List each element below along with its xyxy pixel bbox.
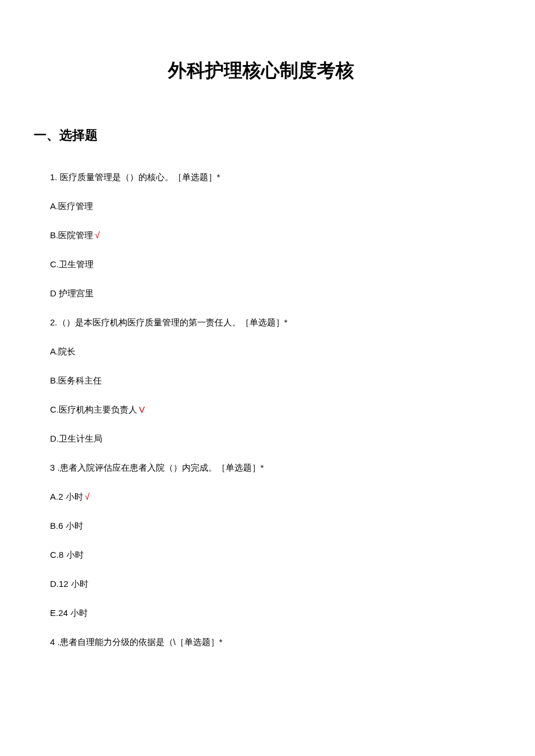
document-title: 外科护理核心制度考核: [34, 58, 488, 84]
option-e: E.24 小时: [50, 607, 488, 619]
option-a: A.2 小时√: [50, 490, 488, 503]
question-text: 3 .患者入院评估应在患者入院（）内完成。［单选题］*: [50, 461, 488, 474]
question-2: 2.（）是本医疗机构医疗质量管理的第一责任人。［单选题］* A.院长 B.医务科…: [34, 316, 488, 445]
question-4: 4 .患者自理能力分级的依据是（\［单选题］*: [34, 636, 488, 648]
question-text: 2.（）是本医疗机构医疗质量管理的第一责任人。［单选题］*: [50, 316, 488, 328]
option-d: D.卫生计生局: [50, 432, 488, 445]
option-label: C.医疗机构主要负责人: [50, 404, 137, 414]
option-d: D.12 小时: [50, 578, 488, 590]
section-heading: 一、选择题: [34, 127, 488, 144]
option-a: A.院长: [50, 345, 488, 357]
question-text: 4 .患者自理能力分级的依据是（\［单选题］*: [50, 636, 488, 648]
option-b: B.医务科主任: [50, 374, 488, 386]
option-label: A.2 小时: [50, 492, 83, 501]
question-3: 3 .患者入院评估应在患者入院（）内完成。［单选题］* A.2 小时√ B.6 …: [34, 461, 488, 619]
correct-mark-icon: √: [85, 492, 90, 501]
correct-mark-icon: V: [139, 404, 145, 414]
option-c: C.医疗机构主要负责人V: [50, 403, 488, 415]
question-1: 1. 医疗质量管理是（）的核心。［单选题］* A.医疗管理 B.医院管理√ C.…: [34, 171, 488, 299]
option-label: B.医院管理: [50, 230, 93, 240]
option-b: B.6 小时: [50, 519, 488, 532]
option-a: A.医疗管理: [50, 200, 488, 212]
correct-mark-icon: √: [95, 230, 99, 240]
option-c: C.卫生管理: [50, 258, 488, 270]
question-text: 1. 医疗质量管理是（）的核心。［单选题］*: [50, 171, 488, 183]
option-c: C.8 小时: [50, 549, 488, 561]
option-b: B.医院管理√: [50, 229, 488, 241]
option-d: D 护理宫里: [50, 287, 488, 299]
